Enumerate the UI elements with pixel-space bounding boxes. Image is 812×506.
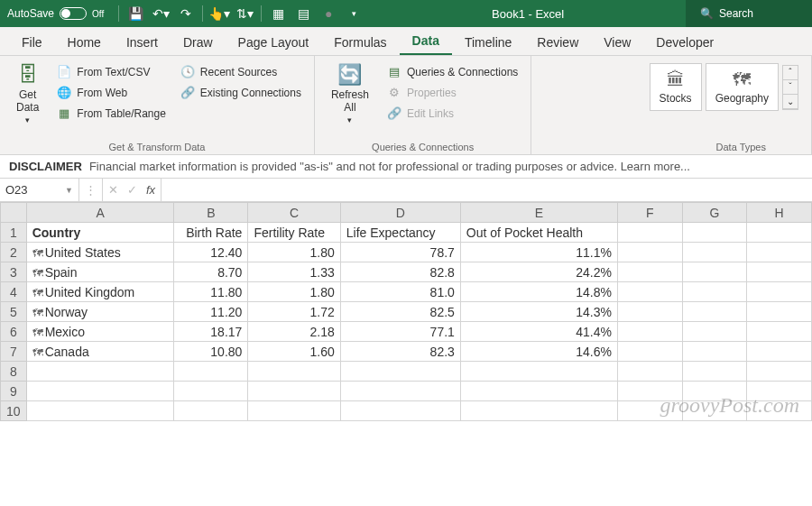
tab-review[interactable]: Review	[524, 30, 591, 55]
row-header-1[interactable]: 1	[1, 223, 27, 243]
form-icon[interactable]: ▦	[267, 3, 289, 24]
cell-D2[interactable]: 78.7	[340, 243, 460, 262]
cell-A1[interactable]: Country	[26, 223, 174, 243]
row-header-2[interactable]: 2	[1, 243, 27, 262]
row-header-7[interactable]: 7	[1, 342, 27, 362]
refresh-all-button[interactable]: 🔄 Refresh All ▾	[324, 60, 376, 128]
row-header-3[interactable]: 3	[1, 262, 27, 282]
cell-B3[interactable]: 8.70	[174, 262, 248, 282]
tab-timeline[interactable]: Timeline	[452, 30, 524, 55]
disclaimer-text[interactable]: Financial market information is provided…	[89, 160, 690, 173]
existing-connections-button[interactable]: 🔗Existing Connections	[177, 84, 305, 101]
cell-B7[interactable]: 10.80	[174, 342, 248, 362]
record-icon[interactable]: ●	[318, 3, 339, 24]
tab-file[interactable]: File	[9, 30, 55, 55]
stocks-datatype-button[interactable]: 🏛 Stocks	[650, 63, 702, 111]
map-icon: 🗺	[733, 69, 751, 90]
cell-B6[interactable]: 18.17	[174, 322, 248, 342]
cell-A4[interactable]: 🗺United Kingdom	[26, 282, 174, 302]
formula-input[interactable]	[161, 179, 812, 201]
cell-A5[interactable]: 🗺Norway	[26, 302, 174, 322]
tab-data[interactable]: Data	[400, 28, 452, 55]
cell-E1[interactable]: Out of Pocket Health	[460, 223, 617, 243]
row-header-9[interactable]: 9	[1, 382, 27, 401]
from-text-button[interactable]: 📄From Text/CSV	[53, 63, 170, 80]
row-header-10[interactable]: 10	[1, 401, 27, 421]
select-all-corner[interactable]	[1, 203, 27, 223]
cell-D3[interactable]: 82.8	[340, 262, 460, 282]
cell-C1[interactable]: Fertility Rate	[248, 223, 340, 243]
cell-E5[interactable]: 14.3%	[460, 302, 617, 322]
column-header-B[interactable]: B	[174, 203, 248, 223]
cell-C2[interactable]: 1.80	[248, 243, 340, 262]
column-header-D[interactable]: D	[340, 203, 460, 223]
cell-C7[interactable]: 1.60	[248, 342, 340, 362]
cell-E4[interactable]: 14.8%	[460, 282, 617, 302]
window-icon[interactable]: ▤	[292, 3, 314, 24]
autosave-toggle[interactable]: AutoSave Off	[0, 7, 111, 20]
tab-page-layout[interactable]: Page Layout	[226, 30, 322, 55]
cell-B5[interactable]: 11.20	[174, 302, 248, 322]
cell-E7[interactable]: 14.6%	[460, 342, 617, 362]
save-icon[interactable]: 💾	[125, 3, 146, 24]
cell-B1[interactable]: Birth Rate	[174, 223, 248, 243]
get-data-button[interactable]: 🗄 Get Data ▾	[9, 60, 46, 128]
cell-D7[interactable]: 82.3	[340, 342, 460, 362]
cell-B4[interactable]: 11.80	[174, 282, 248, 302]
column-header-A[interactable]: A	[26, 203, 174, 223]
queries-connections-button[interactable]: ▤Queries & Connections	[383, 63, 521, 80]
links-icon: 🔗	[387, 106, 401, 120]
undo-icon[interactable]: ↶▾	[150, 3, 171, 24]
column-header-C[interactable]: C	[248, 203, 340, 223]
name-box[interactable]: O23 ▼	[0, 179, 79, 201]
row-header-8[interactable]: 8	[1, 362, 27, 382]
cell-C5[interactable]: 1.72	[248, 302, 340, 322]
cell-B2[interactable]: 12.40	[174, 243, 248, 262]
cell-C3[interactable]: 1.33	[248, 262, 340, 282]
column-header-F[interactable]: F	[617, 203, 682, 223]
tab-draw[interactable]: Draw	[171, 30, 226, 55]
cell-A2[interactable]: 🗺United States	[26, 243, 174, 262]
cell-D5[interactable]: 82.5	[340, 302, 460, 322]
title-bar: AutoSave Off 💾 ↶▾ ↷ 👆▾ ⇅▾ ▦ ▤ ● ▾ Book1 …	[0, 0, 812, 27]
sort-icon[interactable]: ⇅▾	[234, 3, 255, 24]
options-icon[interactable]: ⋮	[85, 183, 97, 197]
row-header-5[interactable]: 5	[1, 302, 27, 322]
cell-E2[interactable]: 11.1%	[460, 243, 617, 262]
geography-datatype-button[interactable]: 🗺 Geography	[706, 63, 779, 111]
tab-home[interactable]: Home	[55, 30, 114, 55]
cell-D4[interactable]: 81.0	[340, 282, 460, 302]
redo-icon[interactable]: ↷	[175, 3, 197, 24]
chevron-down-icon: ▾	[347, 115, 352, 124]
cell-D6[interactable]: 77.1	[340, 322, 460, 342]
cell-C4[interactable]: 1.80	[248, 282, 340, 302]
column-header-G[interactable]: G	[682, 203, 747, 223]
disclaimer-bar: DISCLAIMER Financial market information …	[0, 155, 812, 179]
column-header-E[interactable]: E	[460, 203, 617, 223]
cell-E6[interactable]: 41.4%	[460, 322, 617, 342]
tab-formulas[interactable]: Formulas	[321, 30, 399, 55]
row-header-4[interactable]: 4	[1, 282, 27, 302]
column-header-H[interactable]: H	[747, 203, 812, 223]
row-header-6[interactable]: 6	[1, 322, 27, 342]
datatype-gallery-nav[interactable]: ˆ ˇ ⌄	[782, 65, 798, 110]
cell-E3[interactable]: 24.2%	[460, 262, 617, 282]
search-box[interactable]: 🔍 Search	[686, 0, 812, 27]
tab-insert[interactable]: Insert	[114, 30, 171, 55]
fx-icon[interactable]: fx	[146, 183, 155, 197]
cell-A3[interactable]: 🗺Spain	[26, 262, 174, 282]
from-table-button[interactable]: ▦From Table/Range	[53, 105, 170, 122]
qat-more-icon[interactable]: ▾	[343, 3, 364, 24]
tab-developer[interactable]: Developer	[643, 30, 726, 55]
tab-view[interactable]: View	[591, 30, 643, 55]
cell-A6[interactable]: 🗺Mexico	[26, 322, 174, 342]
cell-A7[interactable]: 🗺Canada	[26, 342, 174, 362]
recent-sources-button[interactable]: 🕓Recent Sources	[177, 63, 305, 80]
from-web-button[interactable]: 🌐From Web	[53, 84, 170, 101]
spreadsheet-grid[interactable]: ABCDEFGH1CountryBirth RateFertility Rate…	[0, 202, 812, 421]
chevron-down-icon[interactable]: ▼	[65, 186, 73, 195]
cell-D1[interactable]: Life Expectancy	[340, 223, 460, 243]
touch-icon[interactable]: 👆▾	[208, 3, 230, 24]
ribbon-group-get-transform: 🗄 Get Data ▾ 📄From Text/CSV 🌐From Web ▦F…	[0, 56, 315, 154]
cell-C6[interactable]: 2.18	[248, 322, 340, 342]
